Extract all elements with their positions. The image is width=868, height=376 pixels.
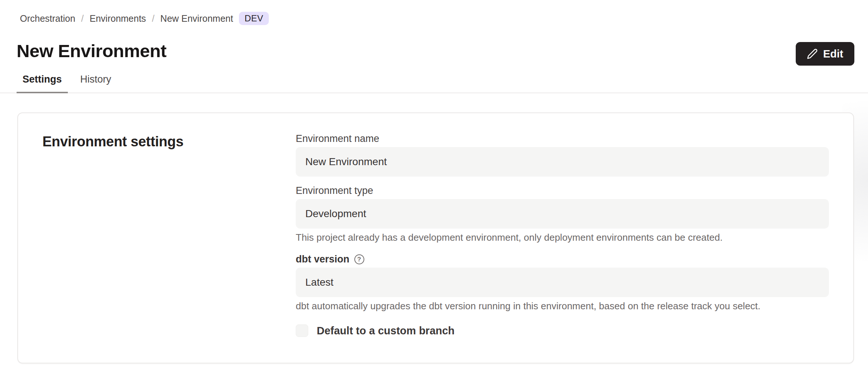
breadcrumb-separator: / xyxy=(152,13,154,24)
dbt-version-label-text: dbt version xyxy=(296,253,350,265)
breadcrumb-orchestration[interactable]: Orchestration xyxy=(20,13,75,24)
environment-type-label: Environment type xyxy=(296,184,829,197)
environment-name-label: Environment name xyxy=(296,132,829,145)
environment-settings-card: Environment settings Environment name En… xyxy=(17,112,854,363)
custom-branch-checkbox[interactable] xyxy=(296,324,308,337)
dbt-version-helper-text: dbt automatically upgrades the dbt versi… xyxy=(296,300,829,311)
dev-badge: DEV xyxy=(239,12,269,25)
environment-type-input[interactable] xyxy=(296,199,829,229)
breadcrumb-new-environment[interactable]: New Environment xyxy=(160,13,233,24)
edit-button[interactable]: Edit xyxy=(796,42,854,66)
tab-history[interactable]: History xyxy=(74,72,117,93)
edit-button-label: Edit xyxy=(823,48,843,60)
tab-settings[interactable]: Settings xyxy=(17,72,68,93)
environment-type-helper-text: This project already has a development e… xyxy=(296,232,829,243)
card-heading: Environment settings xyxy=(42,134,296,150)
dbt-version-input[interactable] xyxy=(296,268,829,297)
breadcrumb-separator: / xyxy=(81,13,84,24)
breadcrumb-environments[interactable]: Environments xyxy=(90,13,146,24)
environment-settings-form: Environment name Environment type This p… xyxy=(296,132,829,363)
custom-branch-checkbox-label[interactable]: Default to a custom branch xyxy=(317,325,455,337)
custom-branch-row: Default to a custom branch xyxy=(296,324,829,337)
card-heading-column: Environment settings xyxy=(42,132,296,363)
dbt-version-label: dbt version ? xyxy=(296,253,829,265)
question-mark-circle-icon[interactable]: ? xyxy=(354,254,364,264)
environment-name-input[interactable] xyxy=(296,147,829,177)
page-title: New Environment xyxy=(17,41,166,61)
pencil-icon xyxy=(807,48,818,59)
breadcrumb: Orchestration / Environments / New Envir… xyxy=(20,12,269,25)
tab-bar: Settings History xyxy=(0,72,868,93)
